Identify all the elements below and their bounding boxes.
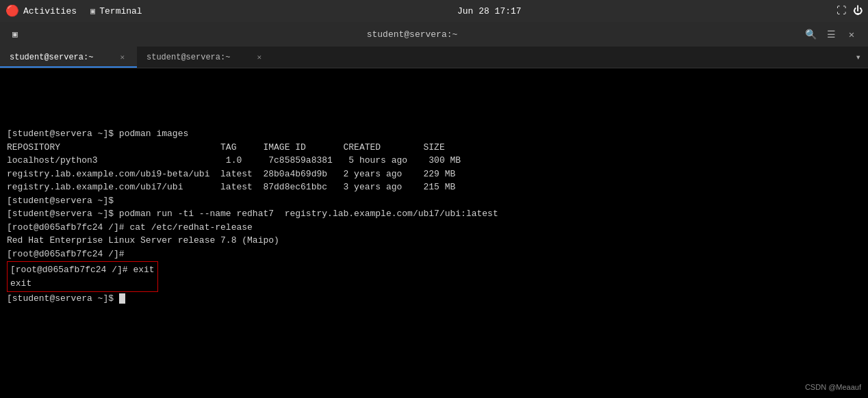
terminal-titlebar: ▣ student@servera:~ 🔍 ☰ ✕	[0, 22, 868, 47]
tabs-bar: student@servera:~ ✕ student@servera:~ ✕ …	[0, 47, 868, 68]
tabs-right: ▾	[853, 47, 868, 68]
line-empty-prompt: [student@servera ~]$	[7, 194, 861, 208]
system-bar: 🔴 Activities ▣ Terminal Jun 28 17:17 ⛶ ⏻	[0, 0, 868, 22]
exit-block: [root@d065afb7fc24 /]# exit exit	[7, 261, 158, 292]
line-exit-output: exit	[10, 277, 155, 291]
close-button[interactable]: ✕	[843, 26, 860, 42]
line-rhel-release: Red Hat Enterprise Linux Server release …	[7, 234, 861, 248]
activities-icon: 🔴	[5, 4, 19, 18]
blank-line-2	[7, 88, 861, 101]
line-repo-header: REPOSITORY TAG IMAGE ID CREATED SIZE	[7, 141, 861, 155]
blank-line-4	[7, 114, 861, 128]
power-icon[interactable]: ⏻	[853, 5, 863, 16]
line-podman-images-cmd: [student@servera ~]$ podman images	[7, 127, 861, 141]
terminal-app-label[interactable]: Terminal	[99, 6, 142, 16]
terminal-title: student@servera:~	[27, 29, 797, 40]
tab-dropdown-icon[interactable]: ▾	[853, 49, 864, 66]
line-python3: localhost/python3 1.0 7c85859a8381 5 hou…	[7, 154, 861, 168]
system-bar-right: ⛶ ⏻	[837, 5, 863, 16]
terminal-window: ▣ student@servera:~ 🔍 ☰ ✕ student@server…	[0, 22, 868, 398]
titlebar-buttons: 🔍 ☰ ✕	[802, 26, 860, 42]
datetime: Jun 28 17:17	[457, 6, 522, 16]
tab-2-close[interactable]: ✕	[254, 51, 264, 63]
line-ubi7: registry.lab.example.com/ubi7/ubi latest…	[7, 181, 861, 194]
watermark: CSDN @Meaauf	[805, 382, 861, 393]
network-icon[interactable]: ⛶	[837, 5, 846, 16]
system-bar-center: Jun 28 17:17	[151, 6, 828, 16]
menu-button[interactable]: ☰	[823, 26, 839, 42]
line-final-prompt: [student@servera ~]$	[7, 292, 861, 306]
system-bar-left: 🔴 Activities ▣ Terminal	[5, 4, 142, 18]
activities-label[interactable]: Activities	[23, 6, 77, 16]
blank-line-1	[7, 74, 861, 88]
blank-line-3	[7, 101, 861, 114]
line-podman-run-cmd: [student@servera ~]$ podman run -ti --na…	[7, 207, 861, 221]
tab-2[interactable]: student@servera:~ ✕	[137, 47, 274, 68]
cursor	[119, 293, 125, 304]
terminal-app-icon: ▣	[90, 6, 95, 16]
line-exit-cmd: [root@d065afb7fc24 /]# exit	[10, 263, 155, 277]
line-ubi9: registry.lab.example.com/ubi9-beta/ubi l…	[7, 168, 861, 181]
line-root-prompt-1: [root@d065afb7fc24 /]#	[7, 248, 861, 261]
tab-2-label: student@servera:~	[146, 53, 230, 62]
search-button[interactable]: 🔍	[802, 26, 819, 42]
terminal-icon: ▣	[8, 27, 22, 41]
line-cat-cmd: [root@d065afb7fc24 /]# cat /etc/redhat-r…	[7, 221, 861, 235]
tab-1[interactable]: student@servera:~ ✕	[0, 47, 137, 68]
tab-1-close[interactable]: ✕	[117, 51, 127, 63]
terminal-content[interactable]: [student@servera ~]$ podman images REPOS…	[0, 68, 868, 398]
tab-1-label: student@servera:~	[10, 53, 93, 62]
